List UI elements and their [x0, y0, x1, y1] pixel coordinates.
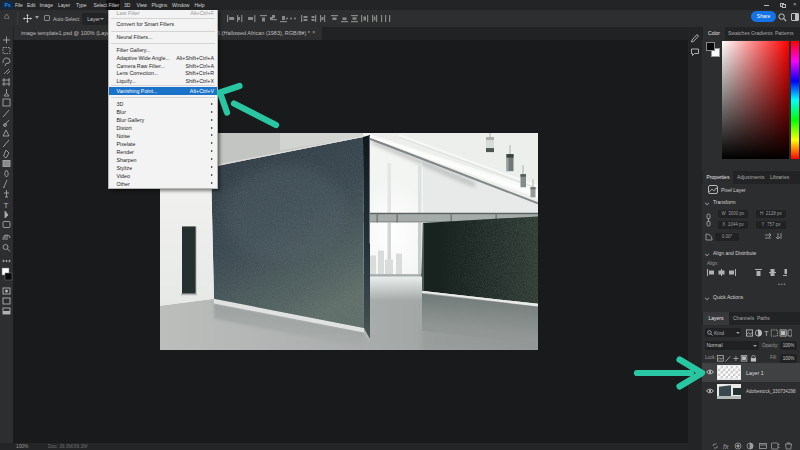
svg-text:T: T [764, 330, 769, 337]
svg-text:T: T [4, 201, 9, 210]
svg-text:fx: fx [723, 443, 729, 450]
